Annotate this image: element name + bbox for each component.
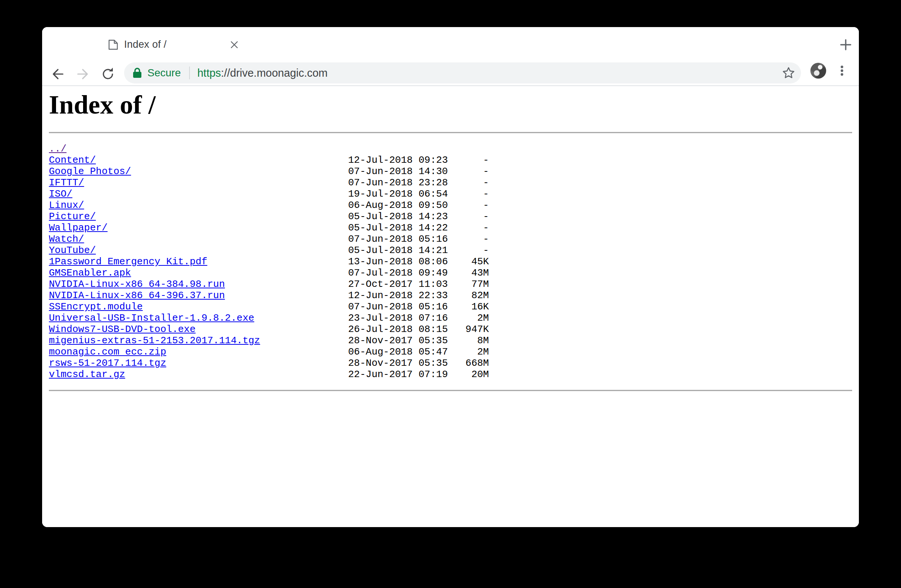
file-link[interactable]: rsws-51-2017.114.tgz: [49, 358, 166, 369]
file-link[interactable]: IFTTT/: [49, 177, 84, 188]
page-content: Index of / ../ Content/ 12-Jul-2018 09:2…: [42, 87, 859, 527]
new-tab-plus-icon[interactable]: [839, 37, 853, 52]
tab-title[interactable]: Index of /: [124, 39, 167, 50]
url-text[interactable]: https://drive.moonagic.com: [197, 67, 328, 79]
file-link[interactable]: vlmcsd.tar.gz: [49, 369, 125, 380]
back-arrow-icon[interactable]: [50, 66, 65, 82]
file-link[interactable]: YouTube/: [49, 245, 96, 256]
bookmark-star-icon[interactable]: [781, 66, 796, 80]
file-link[interactable]: Universal-USB-Installer-1.9.8.2.exe: [49, 313, 254, 324]
directory-listing: ../ Content/ 12-Jul-2018 09:23 - Google …: [49, 143, 852, 380]
bottom-divider: [49, 390, 852, 391]
secure-label: Secure: [147, 67, 181, 79]
file-link[interactable]: ISO/: [49, 188, 72, 200]
file-link[interactable]: moonagic.com_ecc.zip: [49, 346, 166, 358]
parent-directory-link[interactable]: ../: [49, 143, 67, 154]
screenshot-root: { "browser": { "window_controls": { "clo…: [0, 0, 901, 588]
file-link[interactable]: migenius-extras-51-2153.2017.114.tgz: [49, 335, 260, 346]
file-link[interactable]: 1Password_Emergency_Kit.pdf: [49, 256, 207, 267]
file-link[interactable]: Picture/: [49, 211, 96, 222]
file-link[interactable]: Google Photos/: [49, 166, 131, 177]
tab-close-icon[interactable]: [229, 39, 240, 50]
page-favicon-icon: [108, 39, 118, 50]
file-link[interactable]: NVIDIA-Linux-x86_64-396.37.run: [49, 290, 225, 301]
reload-icon[interactable]: [100, 66, 116, 82]
page-title: Index of /: [49, 91, 852, 118]
file-link[interactable]: NVIDIA-Linux-x86_64-384.98.run: [49, 278, 225, 290]
file-link[interactable]: Content/: [49, 154, 96, 166]
file-link[interactable]: SSEncrypt.module: [49, 301, 143, 313]
browser-window: Index of /: [42, 27, 859, 527]
url-rest: ://drive.moonagic.com: [221, 67, 328, 79]
top-divider: [49, 132, 852, 134]
forward-arrow-icon[interactable]: [75, 66, 91, 82]
file-link[interactable]: Watch/: [49, 233, 84, 245]
tab-strip: Index of /: [42, 27, 859, 56]
file-link[interactable]: Linux/: [49, 200, 84, 211]
lock-icon[interactable]: [132, 67, 142, 79]
url-scheme: https: [197, 67, 221, 79]
menu-dots-icon[interactable]: [835, 64, 849, 78]
toolbar: Secure https://drive.moonagic.com: [42, 56, 859, 86]
file-link[interactable]: Windows7-USB-DVD-tool.exe: [49, 324, 196, 335]
file-link[interactable]: GMSEnabler.apk: [49, 267, 131, 278]
avatar[interactable]: [811, 63, 826, 79]
file-link[interactable]: Wallpaper/: [49, 222, 108, 233]
address-bar[interactable]: Secure https://drive.moonagic.com: [124, 62, 801, 84]
omnibox-divider: [189, 67, 190, 79]
